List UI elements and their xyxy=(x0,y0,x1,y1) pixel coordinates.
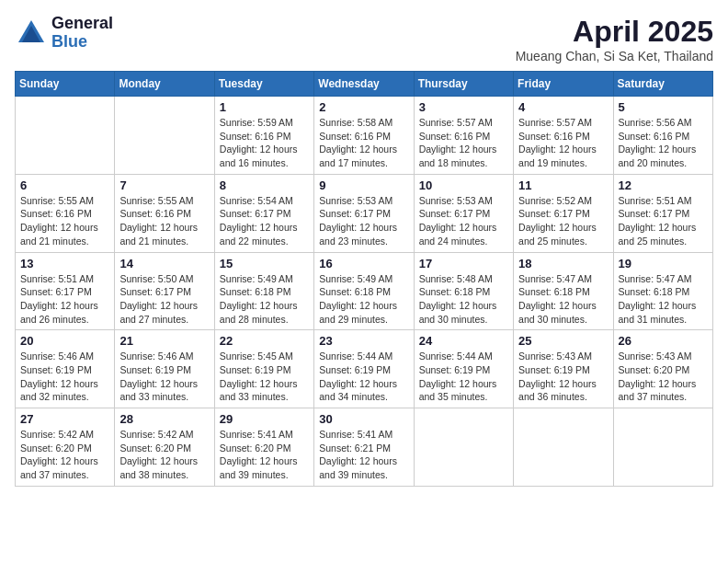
day-info: Sunrise: 5:46 AM Sunset: 6:19 PM Dayligh… xyxy=(20,350,109,404)
calendar-cell: 17Sunrise: 5:48 AM Sunset: 6:18 PM Dayli… xyxy=(414,252,513,330)
day-info: Sunrise: 5:51 AM Sunset: 6:17 PM Dayligh… xyxy=(619,194,708,248)
day-info: Sunrise: 5:46 AM Sunset: 6:19 PM Dayligh… xyxy=(119,350,209,404)
calendar-cell: 24Sunrise: 5:44 AM Sunset: 6:19 PM Dayli… xyxy=(414,330,513,408)
day-info: Sunrise: 5:53 AM Sunset: 6:17 PM Dayligh… xyxy=(319,194,408,248)
calendar-cell: 11Sunrise: 5:52 AM Sunset: 6:17 PM Dayli… xyxy=(514,174,613,252)
calendar-table: SundayMondayTuesdayWednesdayThursdayFrid… xyxy=(15,71,713,487)
day-number: 14 xyxy=(119,257,209,270)
day-number: 13 xyxy=(20,257,109,270)
logo-general: General xyxy=(51,15,113,33)
day-number: 24 xyxy=(419,334,508,348)
calendar-cell xyxy=(16,97,115,175)
calendar-subtitle: Mueang Chan, Si Sa Ket, Thailand xyxy=(516,49,713,63)
day-info: Sunrise: 5:51 AM Sunset: 6:17 PM Dayligh… xyxy=(20,272,109,327)
calendar-cell: 12Sunrise: 5:51 AM Sunset: 6:17 PM Dayli… xyxy=(613,174,712,252)
calendar-cell: 1Sunrise: 5:59 AM Sunset: 6:16 PM Daylig… xyxy=(214,97,313,175)
calendar-cell: 2Sunrise: 5:58 AM Sunset: 6:16 PM Daylig… xyxy=(314,97,414,175)
day-number: 18 xyxy=(518,257,608,270)
calendar-cell xyxy=(613,408,712,487)
calendar-cell: 18Sunrise: 5:47 AM Sunset: 6:18 PM Dayli… xyxy=(514,252,613,330)
day-info: Sunrise: 5:50 AM Sunset: 6:17 PM Dayligh… xyxy=(119,272,209,327)
calendar-cell: 26Sunrise: 5:43 AM Sunset: 6:20 PM Dayli… xyxy=(613,330,712,408)
day-number: 15 xyxy=(220,257,309,270)
calendar-header-row: SundayMondayTuesdayWednesdayThursdayFrid… xyxy=(16,72,713,97)
day-info: Sunrise: 5:53 AM Sunset: 6:17 PM Dayligh… xyxy=(419,194,508,248)
header: General Blue April 2025 Mueang Chan, Si … xyxy=(15,15,713,63)
calendar-week-5: 27Sunrise: 5:42 AM Sunset: 6:20 PM Dayli… xyxy=(16,408,713,487)
calendar-title: April 2025 xyxy=(516,15,713,49)
day-info: Sunrise: 5:45 AM Sunset: 6:19 PM Dayligh… xyxy=(220,350,309,404)
day-number: 5 xyxy=(619,100,708,114)
calendar-cell xyxy=(514,408,613,487)
day-number: 21 xyxy=(119,334,209,348)
logo-text: General Blue xyxy=(51,15,113,52)
day-number: 7 xyxy=(119,178,209,192)
calendar-week-3: 13Sunrise: 5:51 AM Sunset: 6:17 PM Dayli… xyxy=(16,252,713,330)
calendar-cell: 4Sunrise: 5:57 AM Sunset: 6:16 PM Daylig… xyxy=(514,97,613,175)
day-info: Sunrise: 5:42 AM Sunset: 6:20 PM Dayligh… xyxy=(20,428,109,482)
day-number: 17 xyxy=(419,257,508,270)
calendar-cell: 9Sunrise: 5:53 AM Sunset: 6:17 PM Daylig… xyxy=(314,174,414,252)
calendar-header-sunday: Sunday xyxy=(16,72,115,97)
logo-icon xyxy=(15,17,48,50)
calendar-cell: 15Sunrise: 5:49 AM Sunset: 6:18 PM Dayli… xyxy=(214,252,313,330)
day-number: 3 xyxy=(419,100,508,114)
logo-blue-text: Blue xyxy=(51,33,113,52)
day-info: Sunrise: 5:41 AM Sunset: 6:21 PM Dayligh… xyxy=(319,428,408,482)
day-info: Sunrise: 5:41 AM Sunset: 6:20 PM Dayligh… xyxy=(220,428,309,482)
calendar-week-4: 20Sunrise: 5:46 AM Sunset: 6:19 PM Dayli… xyxy=(16,330,713,408)
day-info: Sunrise: 5:52 AM Sunset: 6:17 PM Dayligh… xyxy=(518,194,608,248)
day-info: Sunrise: 5:56 AM Sunset: 6:16 PM Dayligh… xyxy=(619,116,708,170)
day-number: 26 xyxy=(619,334,708,348)
day-number: 12 xyxy=(619,178,708,192)
day-info: Sunrise: 5:44 AM Sunset: 6:19 PM Dayligh… xyxy=(419,350,508,404)
calendar-week-2: 6Sunrise: 5:55 AM Sunset: 6:16 PM Daylig… xyxy=(16,174,713,252)
calendar-cell: 28Sunrise: 5:42 AM Sunset: 6:20 PM Dayli… xyxy=(115,408,214,487)
day-info: Sunrise: 5:49 AM Sunset: 6:18 PM Dayligh… xyxy=(319,272,408,327)
calendar-header-wednesday: Wednesday xyxy=(314,72,414,97)
calendar-cell: 22Sunrise: 5:45 AM Sunset: 6:19 PM Dayli… xyxy=(214,330,313,408)
day-number: 28 xyxy=(119,412,209,426)
day-number: 8 xyxy=(220,178,309,192)
calendar-header-thursday: Thursday xyxy=(414,72,513,97)
day-info: Sunrise: 5:47 AM Sunset: 6:18 PM Dayligh… xyxy=(518,272,608,327)
day-number: 4 xyxy=(518,100,608,114)
day-info: Sunrise: 5:47 AM Sunset: 6:18 PM Dayligh… xyxy=(619,272,708,327)
day-info: Sunrise: 5:42 AM Sunset: 6:20 PM Dayligh… xyxy=(119,428,209,482)
calendar-header-saturday: Saturday xyxy=(613,72,712,97)
day-info: Sunrise: 5:48 AM Sunset: 6:18 PM Dayligh… xyxy=(419,272,508,327)
calendar-cell: 30Sunrise: 5:41 AM Sunset: 6:21 PM Dayli… xyxy=(314,408,414,487)
calendar-cell: 29Sunrise: 5:41 AM Sunset: 6:20 PM Dayli… xyxy=(214,408,313,487)
day-number: 25 xyxy=(518,334,608,348)
calendar-cell xyxy=(115,97,214,175)
day-number: 30 xyxy=(319,412,408,426)
day-info: Sunrise: 5:43 AM Sunset: 6:20 PM Dayligh… xyxy=(619,350,708,404)
calendar-week-1: 1Sunrise: 5:59 AM Sunset: 6:16 PM Daylig… xyxy=(16,97,713,175)
calendar-header-tuesday: Tuesday xyxy=(214,72,313,97)
calendar-header-monday: Monday xyxy=(115,72,214,97)
day-number: 19 xyxy=(619,257,708,270)
day-number: 29 xyxy=(220,412,309,426)
calendar-cell: 13Sunrise: 5:51 AM Sunset: 6:17 PM Dayli… xyxy=(16,252,115,330)
day-info: Sunrise: 5:49 AM Sunset: 6:18 PM Dayligh… xyxy=(220,272,309,327)
calendar-cell: 6Sunrise: 5:55 AM Sunset: 6:16 PM Daylig… xyxy=(16,174,115,252)
day-info: Sunrise: 5:57 AM Sunset: 6:16 PM Dayligh… xyxy=(419,116,508,170)
calendar-cell: 20Sunrise: 5:46 AM Sunset: 6:19 PM Dayli… xyxy=(16,330,115,408)
calendar-cell: 16Sunrise: 5:49 AM Sunset: 6:18 PM Dayli… xyxy=(314,252,414,330)
calendar-cell: 3Sunrise: 5:57 AM Sunset: 6:16 PM Daylig… xyxy=(414,97,513,175)
day-number: 20 xyxy=(20,334,109,348)
calendar-cell: 10Sunrise: 5:53 AM Sunset: 6:17 PM Dayli… xyxy=(414,174,513,252)
day-number: 22 xyxy=(220,334,309,348)
day-info: Sunrise: 5:43 AM Sunset: 6:19 PM Dayligh… xyxy=(518,350,608,404)
day-info: Sunrise: 5:59 AM Sunset: 6:16 PM Dayligh… xyxy=(220,116,309,170)
day-info: Sunrise: 5:57 AM Sunset: 6:16 PM Dayligh… xyxy=(518,116,608,170)
calendar-cell: 25Sunrise: 5:43 AM Sunset: 6:19 PM Dayli… xyxy=(514,330,613,408)
title-area: April 2025 Mueang Chan, Si Sa Ket, Thail… xyxy=(516,15,713,63)
day-number: 1 xyxy=(220,100,309,114)
day-number: 27 xyxy=(20,412,109,426)
calendar-header-friday: Friday xyxy=(514,72,613,97)
day-number: 9 xyxy=(319,178,408,192)
day-number: 23 xyxy=(319,334,408,348)
calendar-cell: 8Sunrise: 5:54 AM Sunset: 6:17 PM Daylig… xyxy=(214,174,313,252)
day-info: Sunrise: 5:58 AM Sunset: 6:16 PM Dayligh… xyxy=(319,116,408,170)
